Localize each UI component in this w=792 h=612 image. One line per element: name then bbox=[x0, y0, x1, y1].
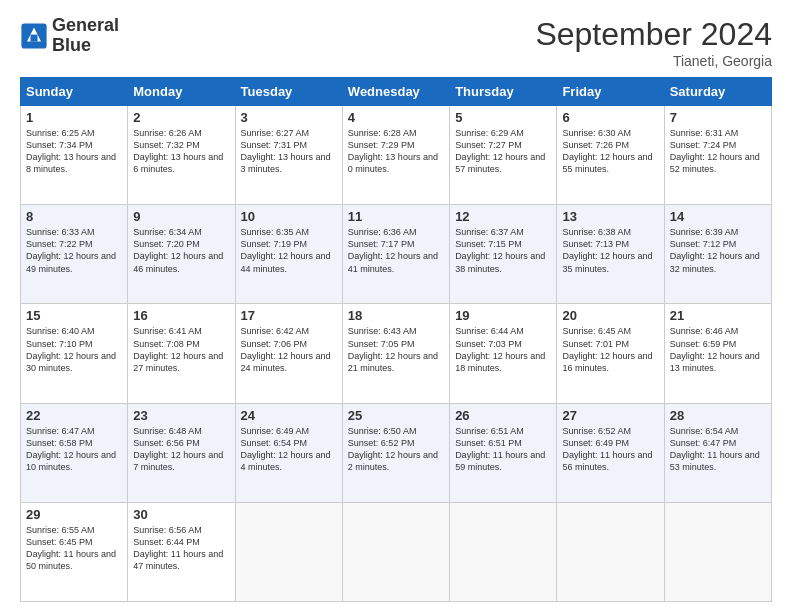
day-header-saturday: Saturday bbox=[664, 78, 771, 106]
logo-icon bbox=[20, 22, 48, 50]
day-header-thursday: Thursday bbox=[450, 78, 557, 106]
cell-info: Sunrise: 6:41 AMSunset: 7:08 PMDaylight:… bbox=[133, 326, 223, 372]
calendar-cell: 30 Sunrise: 6:56 AMSunset: 6:44 PMDaylig… bbox=[128, 502, 235, 601]
calendar-cell: 15 Sunrise: 6:40 AMSunset: 7:10 PMDaylig… bbox=[21, 304, 128, 403]
day-number: 4 bbox=[348, 110, 444, 125]
cell-info: Sunrise: 6:36 AMSunset: 7:17 PMDaylight:… bbox=[348, 227, 438, 273]
day-number: 19 bbox=[455, 308, 551, 323]
day-number: 3 bbox=[241, 110, 337, 125]
day-number: 27 bbox=[562, 408, 658, 423]
cell-info: Sunrise: 6:29 AMSunset: 7:27 PMDaylight:… bbox=[455, 128, 545, 174]
cell-info: Sunrise: 6:42 AMSunset: 7:06 PMDaylight:… bbox=[241, 326, 331, 372]
calendar-cell: 10 Sunrise: 6:35 AMSunset: 7:19 PMDaylig… bbox=[235, 205, 342, 304]
calendar-cell: 21 Sunrise: 6:46 AMSunset: 6:59 PMDaylig… bbox=[664, 304, 771, 403]
logo-text: General Blue bbox=[52, 16, 119, 56]
cell-info: Sunrise: 6:52 AMSunset: 6:49 PMDaylight:… bbox=[562, 426, 652, 472]
day-number: 15 bbox=[26, 308, 122, 323]
cell-info: Sunrise: 6:34 AMSunset: 7:20 PMDaylight:… bbox=[133, 227, 223, 273]
cell-info: Sunrise: 6:28 AMSunset: 7:29 PMDaylight:… bbox=[348, 128, 438, 174]
cell-info: Sunrise: 6:37 AMSunset: 7:15 PMDaylight:… bbox=[455, 227, 545, 273]
cell-info: Sunrise: 6:50 AMSunset: 6:52 PMDaylight:… bbox=[348, 426, 438, 472]
calendar-cell: 14 Sunrise: 6:39 AMSunset: 7:12 PMDaylig… bbox=[664, 205, 771, 304]
calendar-cell bbox=[557, 502, 664, 601]
day-number: 5 bbox=[455, 110, 551, 125]
calendar-cell: 29 Sunrise: 6:55 AMSunset: 6:45 PMDaylig… bbox=[21, 502, 128, 601]
cell-info: Sunrise: 6:45 AMSunset: 7:01 PMDaylight:… bbox=[562, 326, 652, 372]
calendar-cell: 5 Sunrise: 6:29 AMSunset: 7:27 PMDayligh… bbox=[450, 106, 557, 205]
week-row-1: 1 Sunrise: 6:25 AMSunset: 7:34 PMDayligh… bbox=[21, 106, 772, 205]
cell-info: Sunrise: 6:38 AMSunset: 7:13 PMDaylight:… bbox=[562, 227, 652, 273]
week-row-4: 22 Sunrise: 6:47 AMSunset: 6:58 PMDaylig… bbox=[21, 403, 772, 502]
calendar-cell: 3 Sunrise: 6:27 AMSunset: 7:31 PMDayligh… bbox=[235, 106, 342, 205]
calendar-cell: 2 Sunrise: 6:26 AMSunset: 7:32 PMDayligh… bbox=[128, 106, 235, 205]
cell-info: Sunrise: 6:54 AMSunset: 6:47 PMDaylight:… bbox=[670, 426, 760, 472]
header: General Blue September 2024 Tianeti, Geo… bbox=[20, 16, 772, 69]
day-header-monday: Monday bbox=[128, 78, 235, 106]
calendar-cell bbox=[342, 502, 449, 601]
day-header-wednesday: Wednesday bbox=[342, 78, 449, 106]
day-number: 17 bbox=[241, 308, 337, 323]
calendar-cell: 24 Sunrise: 6:49 AMSunset: 6:54 PMDaylig… bbox=[235, 403, 342, 502]
calendar-cell: 23 Sunrise: 6:48 AMSunset: 6:56 PMDaylig… bbox=[128, 403, 235, 502]
calendar-cell: 7 Sunrise: 6:31 AMSunset: 7:24 PMDayligh… bbox=[664, 106, 771, 205]
week-row-3: 15 Sunrise: 6:40 AMSunset: 7:10 PMDaylig… bbox=[21, 304, 772, 403]
cell-info: Sunrise: 6:27 AMSunset: 7:31 PMDaylight:… bbox=[241, 128, 331, 174]
cell-info: Sunrise: 6:26 AMSunset: 7:32 PMDaylight:… bbox=[133, 128, 223, 174]
calendar-cell: 18 Sunrise: 6:43 AMSunset: 7:05 PMDaylig… bbox=[342, 304, 449, 403]
day-header-sunday: Sunday bbox=[21, 78, 128, 106]
cell-info: Sunrise: 6:35 AMSunset: 7:19 PMDaylight:… bbox=[241, 227, 331, 273]
day-number: 13 bbox=[562, 209, 658, 224]
calendar-cell: 19 Sunrise: 6:44 AMSunset: 7:03 PMDaylig… bbox=[450, 304, 557, 403]
week-row-2: 8 Sunrise: 6:33 AMSunset: 7:22 PMDayligh… bbox=[21, 205, 772, 304]
cell-info: Sunrise: 6:43 AMSunset: 7:05 PMDaylight:… bbox=[348, 326, 438, 372]
day-number: 2 bbox=[133, 110, 229, 125]
cell-info: Sunrise: 6:51 AMSunset: 6:51 PMDaylight:… bbox=[455, 426, 545, 472]
calendar-cell: 26 Sunrise: 6:51 AMSunset: 6:51 PMDaylig… bbox=[450, 403, 557, 502]
calendar-cell: 11 Sunrise: 6:36 AMSunset: 7:17 PMDaylig… bbox=[342, 205, 449, 304]
day-number: 26 bbox=[455, 408, 551, 423]
day-number: 7 bbox=[670, 110, 766, 125]
calendar-cell: 27 Sunrise: 6:52 AMSunset: 6:49 PMDaylig… bbox=[557, 403, 664, 502]
calendar-cell: 1 Sunrise: 6:25 AMSunset: 7:34 PMDayligh… bbox=[21, 106, 128, 205]
day-number: 28 bbox=[670, 408, 766, 423]
logo: General Blue bbox=[20, 16, 119, 56]
svg-rect-2 bbox=[31, 34, 38, 41]
calendar-cell: 9 Sunrise: 6:34 AMSunset: 7:20 PMDayligh… bbox=[128, 205, 235, 304]
cell-info: Sunrise: 6:39 AMSunset: 7:12 PMDaylight:… bbox=[670, 227, 760, 273]
cell-info: Sunrise: 6:48 AMSunset: 6:56 PMDaylight:… bbox=[133, 426, 223, 472]
logo-line2: Blue bbox=[52, 36, 119, 56]
day-number: 11 bbox=[348, 209, 444, 224]
day-number: 30 bbox=[133, 507, 229, 522]
title-area: September 2024 Tianeti, Georgia bbox=[535, 16, 772, 69]
day-number: 21 bbox=[670, 308, 766, 323]
calendar-cell: 17 Sunrise: 6:42 AMSunset: 7:06 PMDaylig… bbox=[235, 304, 342, 403]
cell-info: Sunrise: 6:46 AMSunset: 6:59 PMDaylight:… bbox=[670, 326, 760, 372]
day-number: 23 bbox=[133, 408, 229, 423]
day-number: 18 bbox=[348, 308, 444, 323]
calendar-cell: 16 Sunrise: 6:41 AMSunset: 7:08 PMDaylig… bbox=[128, 304, 235, 403]
calendar-table: SundayMondayTuesdayWednesdayThursdayFrid… bbox=[20, 77, 772, 602]
cell-info: Sunrise: 6:40 AMSunset: 7:10 PMDaylight:… bbox=[26, 326, 116, 372]
day-number: 1 bbox=[26, 110, 122, 125]
calendar-cell: 4 Sunrise: 6:28 AMSunset: 7:29 PMDayligh… bbox=[342, 106, 449, 205]
calendar-cell: 25 Sunrise: 6:50 AMSunset: 6:52 PMDaylig… bbox=[342, 403, 449, 502]
day-number: 25 bbox=[348, 408, 444, 423]
day-number: 29 bbox=[26, 507, 122, 522]
calendar-cell: 8 Sunrise: 6:33 AMSunset: 7:22 PMDayligh… bbox=[21, 205, 128, 304]
day-header-tuesday: Tuesday bbox=[235, 78, 342, 106]
cell-info: Sunrise: 6:47 AMSunset: 6:58 PMDaylight:… bbox=[26, 426, 116, 472]
day-number: 16 bbox=[133, 308, 229, 323]
location: Tianeti, Georgia bbox=[535, 53, 772, 69]
calendar-cell bbox=[235, 502, 342, 601]
cell-info: Sunrise: 6:55 AMSunset: 6:45 PMDaylight:… bbox=[26, 525, 116, 571]
logo-line1: General bbox=[52, 16, 119, 36]
cell-info: Sunrise: 6:33 AMSunset: 7:22 PMDaylight:… bbox=[26, 227, 116, 273]
page: General Blue September 2024 Tianeti, Geo… bbox=[0, 0, 792, 612]
day-header-friday: Friday bbox=[557, 78, 664, 106]
day-number: 12 bbox=[455, 209, 551, 224]
header-row: SundayMondayTuesdayWednesdayThursdayFrid… bbox=[21, 78, 772, 106]
week-row-5: 29 Sunrise: 6:55 AMSunset: 6:45 PMDaylig… bbox=[21, 502, 772, 601]
month-title: September 2024 bbox=[535, 16, 772, 53]
day-number: 9 bbox=[133, 209, 229, 224]
calendar-cell bbox=[450, 502, 557, 601]
